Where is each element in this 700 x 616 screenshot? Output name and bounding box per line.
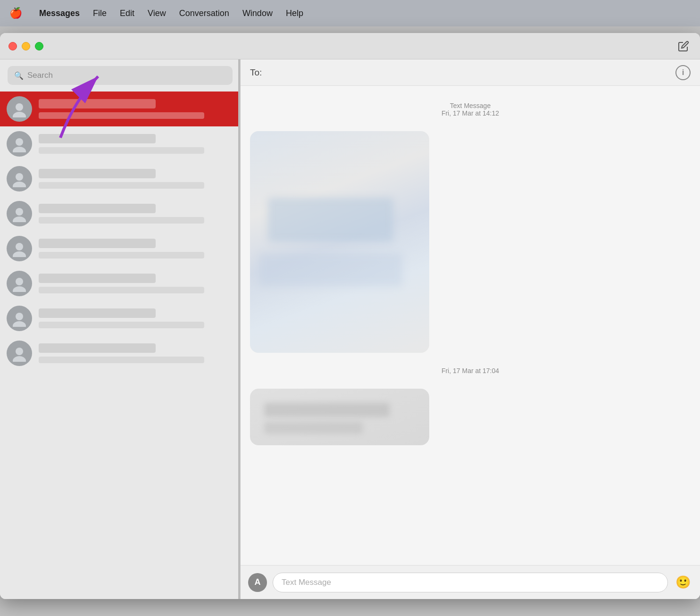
- svg-point-6: [13, 182, 26, 187]
- conv-content-3: [39, 169, 233, 189]
- chat-area: To: i Text Message Fri, 17 Mar at 14:12 …: [241, 59, 700, 599]
- svg-point-2: [13, 112, 26, 117]
- message-input-placeholder: Text Message: [282, 578, 331, 587]
- emoji-button[interactable]: 🙂: [674, 573, 692, 592]
- close-button[interactable]: [8, 42, 17, 50]
- conv-content-1: [39, 99, 233, 119]
- svg-point-16: [13, 356, 26, 362]
- avatar-7: [7, 306, 32, 331]
- menu-help[interactable]: Help: [286, 8, 303, 18]
- svg-point-3: [16, 138, 23, 146]
- conversation-item-1[interactable]: [0, 92, 240, 126]
- sidebar: 🔍 Search: [0, 59, 241, 599]
- svg-point-1: [16, 103, 23, 111]
- avatar-3: [7, 166, 32, 191]
- svg-point-9: [16, 243, 23, 250]
- svg-point-12: [13, 286, 26, 292]
- conv-content-5: [39, 239, 233, 258]
- timestamp-1: Text Message Fri, 17 Mar at 14:12: [250, 102, 691, 117]
- conv-name-5: [39, 239, 156, 248]
- search-input[interactable]: Search: [27, 71, 53, 80]
- compose-button[interactable]: [675, 38, 692, 54]
- svg-point-14: [13, 321, 26, 327]
- conv-content-7: [39, 308, 233, 328]
- conv-preview-7: [39, 322, 204, 328]
- conversation-item-5[interactable]: [0, 231, 240, 266]
- avatar-2: [7, 131, 32, 157]
- svg-point-4: [13, 147, 26, 152]
- info-button[interactable]: i: [675, 65, 691, 80]
- app-window: 🔍 Search: [0, 33, 700, 599]
- menu-window[interactable]: Window: [242, 8, 273, 18]
- conv-content-4: [39, 204, 233, 224]
- conversation-item-7[interactable]: [0, 301, 240, 336]
- svg-point-7: [16, 208, 23, 216]
- message-bubble-2: [250, 389, 429, 445]
- svg-point-10: [13, 251, 26, 257]
- title-bar: [0, 33, 700, 59]
- conv-name-7: [39, 308, 156, 318]
- svg-point-8: [13, 216, 26, 222]
- avatar-6: [7, 271, 32, 296]
- avatar-5: [7, 236, 32, 261]
- conv-content-2: [39, 134, 233, 154]
- menu-edit[interactable]: Edit: [120, 8, 134, 18]
- traffic-lights: [8, 42, 43, 50]
- conv-name-8: [39, 343, 156, 353]
- conv-preview-8: [39, 357, 204, 363]
- message-input[interactable]: Text Message: [273, 573, 668, 592]
- conv-preview-1: [39, 112, 204, 119]
- menu-bar: 🍎 Messages File Edit View Conversation W…: [0, 0, 700, 26]
- menu-file[interactable]: File: [93, 8, 107, 18]
- conv-name-2: [39, 134, 156, 143]
- conv-preview-6: [39, 287, 204, 293]
- chat-header: To: i: [241, 59, 700, 86]
- conversation-item-6[interactable]: [0, 266, 240, 301]
- conversation-item-2[interactable]: [0, 126, 240, 161]
- resize-handle[interactable]: [238, 59, 240, 599]
- avatar-1: [7, 96, 32, 122]
- svg-point-11: [16, 278, 23, 285]
- message-bubble-1: [250, 131, 429, 353]
- avatar-8: [7, 341, 32, 366]
- svg-point-13: [16, 313, 23, 320]
- avatar-4: [7, 201, 32, 226]
- blurred-message-content-1: [250, 131, 429, 353]
- conversation-list: [0, 92, 240, 599]
- menu-conversation[interactable]: Conversation: [179, 8, 229, 18]
- timestamp-2: Fri, 17 Mar at 17:04: [250, 367, 691, 375]
- maximize-button[interactable]: [35, 42, 43, 50]
- search-bar[interactable]: 🔍 Search: [8, 66, 233, 85]
- svg-point-5: [16, 173, 23, 181]
- minimize-button[interactable]: [22, 42, 30, 50]
- search-icon: 🔍: [14, 71, 24, 80]
- menu-messages[interactable]: Messages: [39, 8, 80, 18]
- conv-preview-3: [39, 182, 204, 189]
- conv-preview-5: [39, 252, 204, 258]
- chat-input-bar: A Text Message 🙂: [241, 565, 700, 599]
- chat-messages: Text Message Fri, 17 Mar at 14:12 Fri, 1…: [241, 86, 700, 565]
- svg-point-15: [16, 348, 23, 355]
- conv-content-6: [39, 274, 233, 293]
- conv-name-6: [39, 274, 156, 283]
- conversation-item-3[interactable]: [0, 161, 240, 196]
- conversation-item-8[interactable]: [0, 336, 240, 371]
- conv-name-4: [39, 204, 156, 213]
- conv-name-1: [39, 99, 156, 108]
- conv-name-3: [39, 169, 156, 178]
- conv-preview-4: [39, 217, 204, 224]
- app-store-button[interactable]: A: [248, 573, 267, 592]
- conversation-item-4[interactable]: [0, 196, 240, 231]
- conv-content-8: [39, 343, 233, 363]
- menu-view[interactable]: View: [148, 8, 166, 18]
- blurred-message-content-2: [250, 389, 429, 445]
- apple-logo-icon[interactable]: 🍎: [9, 7, 22, 19]
- to-label: To:: [250, 67, 262, 78]
- conv-preview-2: [39, 147, 204, 154]
- main-content: 🔍 Search: [0, 59, 700, 599]
